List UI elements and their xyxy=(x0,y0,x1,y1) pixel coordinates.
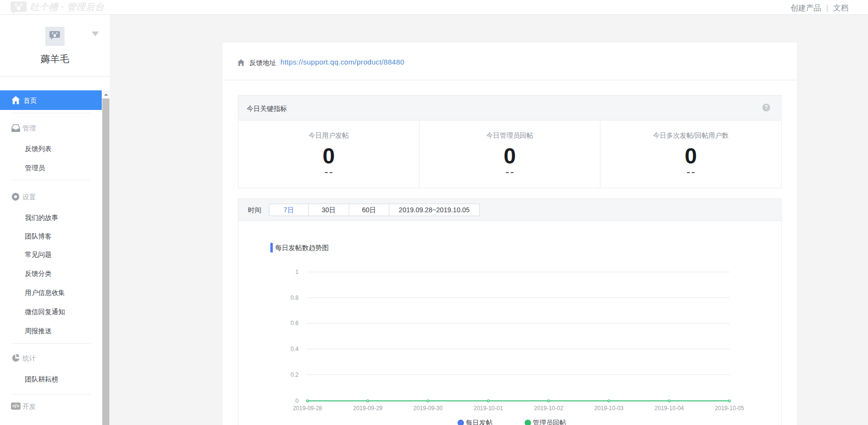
svg-text:每日发帖: 每日发帖 xyxy=(466,419,493,425)
svg-text:0.4: 0.4 xyxy=(290,346,299,352)
svg-text:0.2: 0.2 xyxy=(290,371,299,378)
svg-text:2019-10-02: 2019-10-02 xyxy=(534,405,564,412)
svg-text:2019-09-28: 2019-09-28 xyxy=(293,405,322,412)
svg-text:2019-09-30: 2019-09-30 xyxy=(413,405,443,412)
svg-text:管理员回帖: 管理员回帖 xyxy=(533,419,566,425)
svg-text:2019-09-29: 2019-09-29 xyxy=(353,405,383,412)
svg-text:2019-10-03: 2019-10-03 xyxy=(594,405,624,412)
svg-text:2019-10-05: 2019-10-05 xyxy=(715,405,744,412)
svg-text:0: 0 xyxy=(295,398,299,404)
svg-text:2019-10-01: 2019-10-01 xyxy=(474,405,504,412)
svg-text:0.8: 0.8 xyxy=(290,294,299,301)
svg-text:2019-10-04: 2019-10-04 xyxy=(654,405,684,412)
svg-text:1: 1 xyxy=(295,269,299,275)
svg-text:0.6: 0.6 xyxy=(290,320,299,327)
